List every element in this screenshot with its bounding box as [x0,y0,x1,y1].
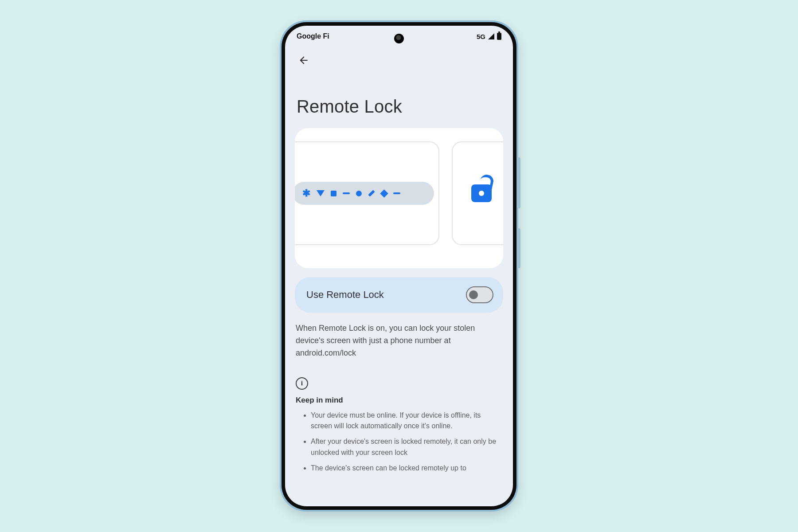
phone-screen: Google Fi 5G Remote Lock [285,26,513,506]
feature-illustration: ✱ [295,128,503,268]
password-glyph-icon [356,191,362,196]
info-list-item: After your device's screen is locked rem… [311,436,502,458]
info-list: Your device must be online. If your devi… [296,410,502,474]
use-remote-lock-switch[interactable] [466,286,493,303]
volume-button [517,157,520,208]
password-glyph-icon [317,190,325,196]
arrow-left-icon [298,55,309,66]
password-glyph-icon: ✱ [302,188,310,198]
info-icon: i [296,377,308,390]
unlock-icon [471,184,492,202]
illustration-lock-panel [452,141,503,245]
toggle-label: Use Remote Lock [306,289,384,301]
network-label: 5G [477,33,485,40]
switch-knob [469,290,478,299]
front-camera [394,34,404,43]
password-glyph-icon [380,189,388,197]
page-title: Remote Lock [297,97,503,117]
signal-icon [488,33,494,39]
info-list-item: The device's screen can be locked remote… [311,463,502,474]
illustration-password-panel: ✱ [295,141,439,245]
carrier-label: Google Fi [297,32,329,40]
back-button[interactable] [295,51,313,69]
battery-icon [497,33,501,40]
phone-frame: Google Fi 5G Remote Lock [282,22,516,510]
info-heading: Keep in mind [296,396,502,405]
feature-description: When Remote Lock is on, you can lock you… [296,322,501,360]
password-glyph-icon [368,190,375,197]
password-field-illustration: ✱ [295,182,434,205]
password-glyph-icon [393,192,400,194]
info-list-item: Your device must be online. If your devi… [311,410,502,432]
password-glyph-icon [331,191,336,196]
power-button [517,228,520,268]
password-glyph-icon [343,192,350,194]
use-remote-lock-row[interactable]: Use Remote Lock [295,277,503,313]
